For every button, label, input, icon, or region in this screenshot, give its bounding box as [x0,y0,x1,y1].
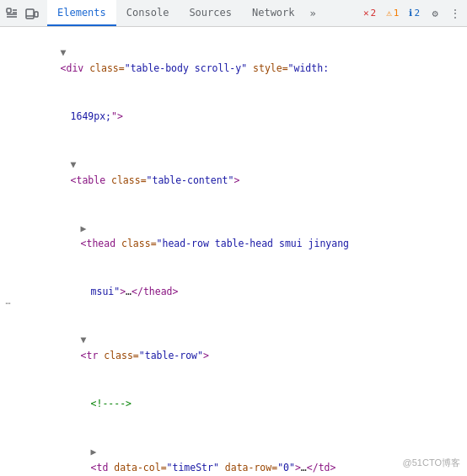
warning-icon: ⚠ [386,8,392,19]
tab-sources-label: Sources [189,7,232,19]
toolbar-icons [3,5,40,22]
svg-rect-2 [35,12,38,17]
warning-count: 1 [394,8,400,19]
toolbar-right: ✕ 2 ⚠ 1 ℹ 2 ⚙ ⋮ [360,5,464,22]
tab-network[interactable]: Network [242,0,305,26]
tab-console[interactable]: Console [116,0,180,26]
tab-elements-label: Elements [57,7,106,19]
gutter-dots: … [5,297,11,306]
svg-rect-0 [7,8,11,13]
main-content: … ▼ <div class="table-body scroll-y" sty… [0,27,467,476]
line-width-value: 1649px;"> [17,93,467,141]
elements-panel[interactable]: ▼ <div class="table-body scroll-y" style… [17,27,467,476]
device-icon[interactable] [24,5,40,22]
devtools-toolbar: Elements Console Sources Network » ✕ 2 ⚠… [0,0,467,27]
tab-console-label: Console [126,7,169,19]
left-gutter: … [0,27,17,476]
watermark: @51CTO博客 [403,457,460,469]
gear-icon[interactable]: ⚙ [427,5,443,22]
more-tabs-button[interactable]: » [305,0,321,26]
tab-sources[interactable]: Sources [179,0,242,26]
inspect-icon[interactable] [3,5,20,22]
tab-network-label: Network [252,7,295,19]
line-td-timestr: ▶ <td data-col="timeStr" data-row="0">…<… [17,428,467,476]
line-tr: ▼ <tr class="table-row"> [17,316,467,380]
line-thead-cont: msui">…</thead> [17,268,467,316]
warning-badge: ⚠ 1 [383,7,402,19]
tabs-container: Elements Console Sources Network » [47,0,360,26]
line-table: ▼ <table class="table-content"> [17,141,467,205]
svg-rect-1 [26,9,34,19]
kebab-menu-icon[interactable]: ⋮ [447,5,464,22]
info-count: 2 [414,8,420,19]
line-thead: ▶ <thead class="head-row table-head smui… [17,204,467,268]
error-icon: ✕ [363,8,369,19]
info-icon: ℹ [409,8,412,19]
tab-elements[interactable]: Elements [47,0,116,26]
error-badge: ✕ 2 [360,7,379,19]
line-div-table-body: ▼ <div class="table-body scroll-y" style… [17,29,467,93]
error-count: 2 [371,8,377,19]
line-comment: <!----> [17,380,467,428]
info-badge: ℹ 2 [405,7,423,19]
